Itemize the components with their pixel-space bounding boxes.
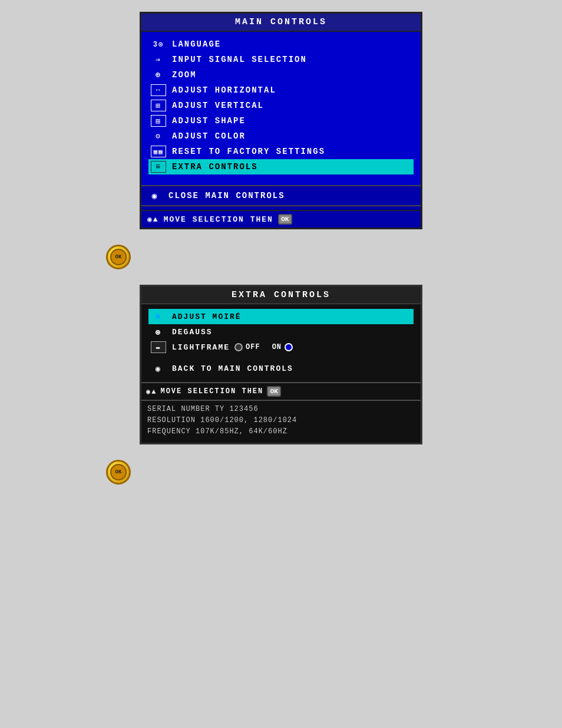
adjust-vert-label: ADJUST VERTICAL [172, 101, 264, 110]
main-controls-body: 3⊙ LANGUAGE ⇒ INPUT SIGNAL SELECTION ⊕ Z… [141, 32, 421, 185]
extra-footer-nav-icons: ◉▲ [146, 387, 157, 396]
extra-controls-title: EXTRA CONTROLS [141, 286, 421, 304]
extra-item-degauss[interactable]: ⊛ DEGAUSS [148, 324, 414, 340]
extra-controls-body: ■ ADJUST MOIRÉ ⊛ DEGAUSS ▬ LIGHTFRAME OF… [141, 304, 421, 382]
menu-item-adjust-horiz[interactable]: ↔ ADJUST HORIZONTAL [148, 83, 414, 98]
menu-item-reset-factory[interactable]: ▦▦ RESET TO FACTORY SETTINGS [148, 144, 414, 159]
ok-badge: OK [278, 214, 292, 225]
extra-controls-icon: ≡ [151, 161, 166, 173]
footer-nav-icon: ◉▲ [147, 215, 159, 224]
language-icon: 3⊙ [151, 38, 166, 50]
ok-button-area: OK [12, 240, 550, 274]
lightframe-on-icon [285, 343, 293, 351]
adjust-horiz-icon: ↔ [151, 84, 166, 96]
reset-factory-label: RESET TO FACTORY SETTINGS [172, 147, 325, 156]
adjust-shape-icon: ▤ [151, 115, 166, 127]
resolution: RESOLUTION 1600/1200, 1280/1024 [147, 415, 415, 426]
extra-controls-label: EXTRA CONTROLS [172, 162, 258, 172]
ok-button-2-inner: OK [110, 464, 127, 480]
main-controls-footer: ◉▲ MOVE SELECTION THEN OK [141, 210, 421, 228]
lightframe-on-label: ON [272, 343, 282, 351]
adjust-shape-label: ADJUST SHAPE [172, 116, 246, 126]
spacer3 [148, 355, 414, 360]
reset-factory-icon: ▦▦ [151, 146, 166, 157]
adjust-moire-icon: ■ [151, 311, 166, 322]
footer-label: MOVE SELECTION THEN [164, 215, 273, 224]
lightframe-label: LIGHTFRAME [172, 343, 230, 352]
ok-button-inner: OK [110, 249, 127, 265]
adjust-color-label: ADJUST COLOR [172, 131, 246, 141]
input-signal-label: INPUT SIGNAL SELECTION [172, 55, 307, 64]
close-main-label: CLOSE MAIN CONTROLS [168, 191, 285, 200]
close-main-icon: ◉ [147, 190, 163, 202]
menu-item-input-signal[interactable]: ⇒ INPUT SIGNAL SELECTION [148, 52, 414, 67]
ok-button[interactable]: OK [106, 245, 131, 269]
menu-item-adjust-vert[interactable]: ⊞ ADJUST VERTICAL [148, 98, 414, 113]
extra-ok-badge: OK [267, 386, 281, 397]
back-to-main-row[interactable]: ◉ BACK TO MAIN CONTROLS [148, 360, 414, 377]
close-main-controls-row[interactable]: ◉ CLOSE MAIN CONTROLS [141, 185, 421, 206]
zoom-label: ZOOM [172, 70, 197, 80]
extra-controls-panel: EXTRA CONTROLS ■ ADJUST MOIRÉ ⊛ DEGAUSS … [140, 285, 422, 444]
input-signal-icon: ⇒ [151, 54, 166, 65]
extra-item-adjust-moire[interactable]: ■ ADJUST MOIRÉ [148, 309, 414, 324]
lightframe-options: OFF ON [234, 343, 293, 351]
main-controls-panel: MAIN CONTROLS 3⊙ LANGUAGE ⇒ INPUT SIGNAL… [140, 12, 422, 229]
frequency: FREQUENCY 107K/85HZ, 64K/60HZ [147, 426, 415, 437]
extra-footer-label: MOVE SELECTION THEN [160, 387, 263, 396]
lightframe-on-option[interactable]: ON [272, 343, 293, 351]
menu-item-adjust-color[interactable]: ⚙ ADJUST COLOR [148, 129, 414, 144]
spacer [148, 174, 414, 180]
menu-item-zoom[interactable]: ⊕ ZOOM [148, 67, 414, 83]
lightframe-off-option[interactable]: OFF [234, 343, 260, 351]
adjust-vert-icon: ⊞ [151, 100, 166, 111]
ok-button-2[interactable]: OK [106, 460, 131, 485]
menu-item-language[interactable]: 3⊙ LANGUAGE [148, 37, 414, 52]
lightframe-icon: ▬ [151, 341, 166, 353]
info-section: SERIAL NUMBER TY 123456 RESOLUTION 1600/… [141, 400, 421, 443]
adjust-moire-label: ADJUST MOIRÉ [172, 312, 242, 321]
lightframe-off-icon [234, 343, 243, 351]
extra-item-lightframe[interactable]: ▬ LIGHTFRAME OFF ON [148, 340, 414, 355]
adjust-color-icon: ⚙ [151, 130, 166, 142]
menu-item-adjust-shape[interactable]: ▤ ADJUST SHAPE [148, 113, 414, 129]
degauss-icon: ⊛ [151, 326, 166, 338]
extra-controls-footer: ◉▲ MOVE SELECTION THEN OK [141, 383, 421, 400]
main-controls-title: MAIN CONTROLS [141, 14, 421, 32]
language-label: LANGUAGE [172, 39, 221, 49]
menu-item-extra-controls[interactable]: ≡ EXTRA CONTROLS [148, 159, 414, 174]
back-label: BACK TO MAIN CONTROLS [172, 364, 293, 373]
zoom-icon: ⊕ [151, 69, 166, 81]
ok-button-area-2: OK [12, 455, 550, 489]
lightframe-off-label: OFF [246, 343, 260, 351]
degauss-label: DEGAUSS [172, 328, 213, 337]
adjust-horiz-label: ADJUST HORIZONTAL [172, 85, 276, 95]
serial-number: SERIAL NUMBER TY 123456 [147, 404, 415, 415]
back-icon: ◉ [151, 363, 166, 374]
